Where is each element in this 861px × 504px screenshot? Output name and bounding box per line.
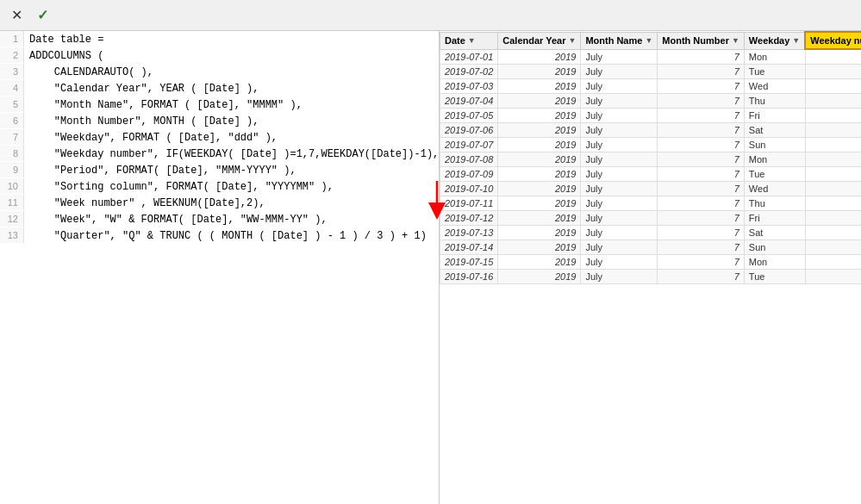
code-line-3: 3 CALENDARAUTO( ), xyxy=(0,64,439,80)
col-header-weekday-number[interactable]: Weekday number▼ xyxy=(805,32,861,49)
table-cell: 1 xyxy=(805,255,861,270)
table-cell: 2019 xyxy=(498,49,581,65)
line-content: "Weekday", FORMAT ( [Date], "ddd" ), xyxy=(24,130,278,146)
table-cell: 2019-07-02 xyxy=(440,65,498,79)
line-number: 3 xyxy=(0,64,24,79)
line-content: "Week", "W" & FORMAT( [Date], "WW-MMM-YY… xyxy=(24,212,328,227)
table-cell: Sat xyxy=(744,123,805,138)
table-cell: 2 xyxy=(805,270,861,284)
table-cell: 7 xyxy=(658,109,745,123)
table-cell: 2019-07-01 xyxy=(440,49,498,65)
col-dropdown-arrow[interactable]: ▼ xyxy=(732,36,739,45)
table-cell: 2019 xyxy=(498,123,581,138)
table-cell: 2019-07-16 xyxy=(440,270,498,284)
table-cell: 2019 xyxy=(498,65,581,79)
table-cell: Mon xyxy=(744,49,805,65)
table-cell: 4 xyxy=(805,196,861,211)
line-number: 13 xyxy=(0,227,24,243)
table-cell: Sun xyxy=(744,138,805,152)
close-button[interactable]: ✕ xyxy=(7,6,26,25)
table-row: 2019-07-122019July7Fri5Jul-201920190728W… xyxy=(440,211,862,226)
line-content: "Period", FORMAT( [Date], "MMM-YYYY" ), xyxy=(24,163,296,178)
code-line-7: 7 "Weekday", FORMAT ( [Date], "ddd" ), xyxy=(0,129,439,146)
header-row: Date▼Calendar Year▼Month Name▼Month Numb… xyxy=(440,32,862,49)
table-cell: 7 xyxy=(658,270,745,284)
table-row: 2019-07-062019July7Sat6Jul-201920190727W… xyxy=(440,123,862,138)
col-dropdown-arrow[interactable]: ▼ xyxy=(568,36,576,45)
table-cell: 2019 xyxy=(498,255,581,270)
line-number: 12 xyxy=(0,211,24,227)
col-header-date[interactable]: Date▼ xyxy=(440,32,498,49)
col-dropdown-arrow[interactable]: ▼ xyxy=(792,36,800,45)
table-cell: July xyxy=(581,123,658,138)
code-lines: 1Date table = 2ADDCOLUMNS (3 CALENDARAUT… xyxy=(0,31,439,244)
confirm-button[interactable]: ✓ xyxy=(33,6,52,25)
table-row: 2019-07-152019July7Mon1Jul-201920190729W… xyxy=(440,255,862,270)
table-row: 2019-07-032019July7Wed3Jul-201920190727W… xyxy=(440,79,862,94)
table-row: 2019-07-162019July7Tue2Jul-201920190729W… xyxy=(440,270,862,284)
table-row: 2019-07-072019July7Sun7Jul-201920190727W… xyxy=(440,138,862,152)
table-cell: 2019 xyxy=(498,182,581,196)
col-header-month-name[interactable]: Month Name▼ xyxy=(581,32,658,49)
table-cell: July xyxy=(581,109,658,123)
table-cell: Sat xyxy=(744,226,805,240)
code-line-4: 4 "Calendar Year", YEAR ( [Date] ), xyxy=(0,80,439,96)
col-label: Date xyxy=(445,35,465,46)
table-cell: Tue xyxy=(744,65,805,79)
col-dropdown-arrow[interactable]: ▼ xyxy=(468,36,476,45)
col-label: Month Name xyxy=(585,35,642,46)
table-cell: 2019 xyxy=(498,79,581,94)
line-content: "Month Name", FORMAT ( [Date], "MMMM" ), xyxy=(24,97,303,113)
table-cell: 4 xyxy=(805,94,861,109)
table-row: 2019-07-022019July7Tue2Jul-201920190727W… xyxy=(440,65,862,79)
col-header-weekday[interactable]: Weekday▼ xyxy=(744,32,805,49)
table-cell: 7 xyxy=(658,167,745,182)
table-cell: 7 xyxy=(658,255,745,270)
table-cell: 2019-07-10 xyxy=(440,182,498,196)
code-line-8: 8 "Weekday number", IF(WEEKDAY( [Date] )… xyxy=(0,146,439,162)
table-cell: 1 xyxy=(805,49,861,65)
table-cell: July xyxy=(581,255,658,270)
main-container: 1Date table = 2ADDCOLUMNS (3 CALENDARAUT… xyxy=(0,31,861,504)
table-cell: 2019-07-06 xyxy=(440,123,498,138)
table-cell: 2019-07-15 xyxy=(440,255,498,270)
table-cell: 2 xyxy=(805,167,861,182)
table-row: 2019-07-042019July7Thu4Jul-201920190727W… xyxy=(440,94,862,109)
table-cell: 7 xyxy=(658,226,745,240)
col-header-calendar-year[interactable]: Calendar Year▼ xyxy=(498,32,581,49)
table-cell: 7 xyxy=(658,182,745,196)
table-cell: 3 xyxy=(805,182,861,196)
table-area[interactable]: Date▼Calendar Year▼Month Name▼Month Numb… xyxy=(440,31,861,504)
table-cell: 2019-07-08 xyxy=(440,152,498,167)
col-dropdown-arrow[interactable]: ▼ xyxy=(645,36,652,45)
table-cell: Tue xyxy=(744,270,805,284)
line-content: Date table = xyxy=(24,32,110,47)
line-number: 4 xyxy=(0,80,24,96)
table-cell: 6 xyxy=(805,123,861,138)
code-line-6: 6 "Month Number", MONTH ( [Date] ), xyxy=(0,113,439,129)
table-cell: 1 xyxy=(805,152,861,167)
line-number: 1 xyxy=(0,31,24,47)
table-row: 2019-07-092019July7Tue2Jul-201920190728W… xyxy=(440,167,862,182)
line-number: 7 xyxy=(0,129,24,145)
table-cell: July xyxy=(581,152,658,167)
table-cell: 7 xyxy=(658,211,745,226)
line-content: "Quarter", "Q" & TRUNC ( ( MONTH ( [Date… xyxy=(24,228,427,244)
table-cell: 2019 xyxy=(498,109,581,123)
table-cell: July xyxy=(581,196,658,211)
code-line-2: 2ADDCOLUMNS ( xyxy=(0,47,439,64)
table-cell: July xyxy=(581,167,658,182)
table-cell: 2 xyxy=(805,65,861,79)
table-cell: 2019-07-04 xyxy=(440,94,498,109)
table-cell: 2019-07-13 xyxy=(440,226,498,240)
table-cell: 2019 xyxy=(498,167,581,182)
top-bar: ✕ ✓ xyxy=(0,0,861,31)
line-content: CALENDARAUTO( ), xyxy=(24,65,153,80)
table-row: 2019-07-052019July7Fri5Jul-201920190727W… xyxy=(440,109,862,123)
col-header-month-number[interactable]: Month Number▼ xyxy=(658,32,745,49)
table-cell: 2019 xyxy=(498,240,581,255)
table-row: 2019-07-112019July7Thu4Jul-201920190728W… xyxy=(440,196,862,211)
table-cell: July xyxy=(581,270,658,284)
table-cell: 2019 xyxy=(498,226,581,240)
table-cell: 7 xyxy=(805,240,861,255)
